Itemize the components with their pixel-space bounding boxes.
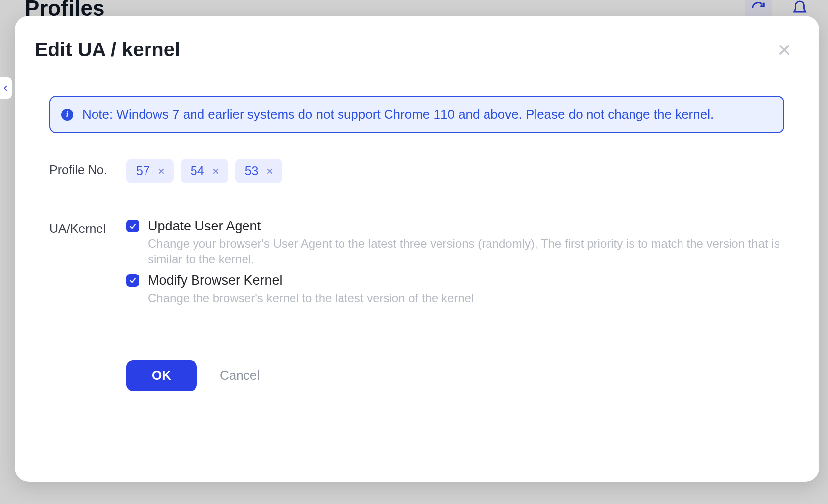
edit-ua-kernel-modal: Edit UA / kernel i Note: Windows 7 and e… xyxy=(15,16,819,482)
sidebar-collapse-handle[interactable] xyxy=(0,77,12,99)
ok-button[interactable]: OK xyxy=(126,360,197,391)
tag-remove-button[interactable] xyxy=(156,166,167,177)
checkmark-icon xyxy=(129,222,137,230)
ua-kernel-row: UA/Kernel Update User Agent Change your … xyxy=(49,218,784,311)
profile-tag-label: 54 xyxy=(191,164,204,178)
profile-tag[interactable]: 54 xyxy=(181,159,228,183)
chevron-left-icon xyxy=(2,85,9,92)
tag-remove-button[interactable] xyxy=(210,166,221,177)
profile-row: Profile No. 57 54 xyxy=(49,159,784,183)
modal-body: i Note: Windows 7 and earlier systems do… xyxy=(15,76,819,482)
info-alert: i Note: Windows 7 and earlier systems do… xyxy=(49,96,784,133)
option-title: Modify Browser Kernel xyxy=(148,272,784,289)
update-user-agent-checkbox[interactable] xyxy=(126,220,139,232)
close-button[interactable] xyxy=(775,40,794,60)
profile-tag[interactable]: 53 xyxy=(235,159,283,183)
modal-header: Edit UA / kernel xyxy=(15,16,819,76)
modal-footer: OK Cancel xyxy=(49,360,784,391)
profile-tag[interactable]: 57 xyxy=(126,159,174,183)
close-icon xyxy=(266,167,274,175)
profile-tag-label: 57 xyxy=(136,164,150,178)
profile-tags: 57 54 53 xyxy=(126,159,784,183)
profile-tag-label: 53 xyxy=(245,164,259,178)
option-desc: Change your browser's User Agent to the … xyxy=(148,236,784,267)
profile-label: Profile No. xyxy=(49,159,126,177)
modal-title: Edit UA / kernel xyxy=(35,39,180,61)
modify-browser-kernel-checkbox[interactable] xyxy=(126,274,139,287)
close-icon xyxy=(777,42,792,58)
update-user-agent-option: Update User Agent Change your browser's … xyxy=(126,218,784,267)
option-desc: Change the browser's kernel to the lates… xyxy=(148,290,784,306)
cancel-button[interactable]: Cancel xyxy=(220,368,260,383)
checkmark-icon xyxy=(129,276,137,284)
info-icon: i xyxy=(61,109,73,121)
modify-browser-kernel-option: Modify Browser Kernel Change the browser… xyxy=(126,272,784,306)
info-alert-text: Note: Windows 7 and earlier systems do n… xyxy=(82,106,714,123)
tag-remove-button[interactable] xyxy=(264,166,275,177)
option-title: Update User Agent xyxy=(148,218,784,235)
ua-kernel-label: UA/Kernel xyxy=(49,218,126,236)
close-icon xyxy=(212,167,220,175)
close-icon xyxy=(157,167,165,175)
